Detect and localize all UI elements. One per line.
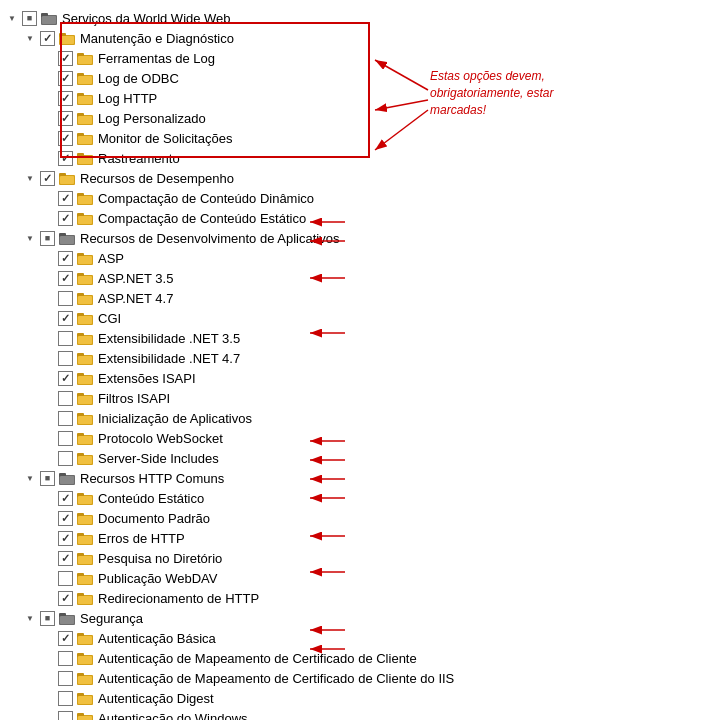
label-pesqdir: Pesquisa no Diretório	[98, 551, 222, 566]
tree-item-erroshttp[interactable]: Erros de HTTP	[4, 528, 708, 548]
checkbox-root[interactable]	[22, 11, 37, 26]
tree-item-compdinamico[interactable]: Compactação de Conteúdo Dinâmico	[4, 188, 708, 208]
checkbox-compesta[interactable]	[58, 211, 73, 226]
tree-item-autmapcert[interactable]: Autenticação de Mapeamento de Certificad…	[4, 648, 708, 668]
tree-item-asp[interactable]: ASP	[4, 248, 708, 268]
folder-icon-autmapcertiis	[77, 671, 93, 685]
label-extnet47: Extensibilidade .NET 4.7	[98, 351, 240, 366]
tree-item-extisapi[interactable]: Extensões ISAPI	[4, 368, 708, 388]
checkbox-extnet47[interactable]	[58, 351, 73, 366]
svg-rect-86	[78, 576, 92, 584]
folder-icon-autbasica	[77, 631, 93, 645]
tree-item-aspnet35[interactable]: ASP.NET 3.5	[4, 268, 708, 288]
tree-item-autmapcertiis[interactable]: Autenticação de Mapeamento de Certificad…	[4, 668, 708, 688]
tree-item-rastreamento[interactable]: Rastreamento	[4, 148, 708, 168]
checkbox-loghttp[interactable]	[58, 91, 73, 106]
expand-btn-root[interactable]	[4, 10, 20, 26]
tree-item-autbasica[interactable]: Autenticação Básica	[4, 628, 708, 648]
checkbox-autmapcertiis[interactable]	[58, 671, 73, 686]
checkbox-aspnet47[interactable]	[58, 291, 73, 306]
checkbox-compdinamico[interactable]	[58, 191, 73, 206]
expand-btn-httpcomuns[interactable]	[22, 470, 38, 486]
tree-item-root[interactable]: Serviços da World Wide Web	[4, 8, 708, 28]
folder-icon-extisapi	[77, 371, 93, 385]
checkbox-manutencao[interactable]	[40, 31, 55, 46]
checkbox-logpersonalizado[interactable]	[58, 111, 73, 126]
tree-item-contestatico[interactable]: Conteúdo Estático	[4, 488, 708, 508]
checkbox-inicaplic[interactable]	[58, 411, 73, 426]
tree-item-manutencao[interactable]: Manutenção e Diagnóstico	[4, 28, 708, 48]
label-extisapi: Extensões ISAPI	[98, 371, 196, 386]
tree-item-cgi[interactable]: CGI	[4, 308, 708, 328]
tree-item-autdigest[interactable]: Autenticação Digest	[4, 688, 708, 708]
tree-item-websocket[interactable]: Protocolo WebSocket	[4, 428, 708, 448]
expand-btn-desempenho[interactable]	[22, 170, 38, 186]
checkbox-aspnet35[interactable]	[58, 271, 73, 286]
expand-btn-seguranca[interactable]	[22, 610, 38, 626]
folder-icon-manutencao	[59, 31, 75, 45]
tree-item-aspnet47[interactable]: ASP.NET 4.7	[4, 288, 708, 308]
checkbox-pubwebdav[interactable]	[58, 571, 73, 586]
tree-item-compesta[interactable]: Compactação de Conteúdo Estático	[4, 208, 708, 228]
svg-rect-11	[78, 76, 92, 84]
checkbox-desenv[interactable]	[40, 231, 55, 246]
checkbox-redirhttp[interactable]	[58, 591, 73, 606]
tree-item-extnet35[interactable]: Extensibilidade .NET 3.5	[4, 328, 708, 348]
folder-icon-pubwebdav	[77, 571, 93, 585]
svg-rect-20	[78, 136, 92, 144]
tree-item-autwindows[interactable]: Autenticação do Windows	[4, 708, 708, 720]
checkbox-rastreamento[interactable]	[58, 151, 73, 166]
tree-item-pesqdir[interactable]: Pesquisa no Diretório	[4, 548, 708, 568]
svg-rect-89	[78, 596, 92, 604]
checkbox-extisapi[interactable]	[58, 371, 73, 386]
expand-btn-desenv[interactable]	[22, 230, 38, 246]
tree-item-extnet47[interactable]: Extensibilidade .NET 4.7	[4, 348, 708, 368]
checkbox-ferramentas[interactable]	[58, 51, 73, 66]
tree-item-monitorsolicita[interactable]: Monitor de Solicitações	[4, 128, 708, 148]
label-erroshttp: Erros de HTTP	[98, 531, 185, 546]
svg-rect-2	[42, 16, 56, 24]
tree-item-redirhttp[interactable]: Redirecionamento de HTTP	[4, 588, 708, 608]
label-filtisapi: Filtros ISAPI	[98, 391, 170, 406]
tree-item-filtisapi[interactable]: Filtros ISAPI	[4, 388, 708, 408]
checkbox-asp[interactable]	[58, 251, 73, 266]
svg-rect-59	[78, 396, 92, 404]
svg-rect-68	[78, 456, 92, 464]
folder-icon-inicaplic	[77, 411, 93, 425]
tree-item-inicaplic[interactable]: Inicialização de Aplicativos	[4, 408, 708, 428]
checkbox-filtisapi[interactable]	[58, 391, 73, 406]
tree-item-seguranca[interactable]: Segurança	[4, 608, 708, 628]
expand-btn-manutencao[interactable]	[22, 30, 38, 46]
checkbox-websocket[interactable]	[58, 431, 73, 446]
checkbox-autwindows[interactable]	[58, 711, 73, 721]
label-serverside: Server-Side Includes	[98, 451, 219, 466]
tree-item-desempenho[interactable]: Recursos de Desempenho	[4, 168, 708, 188]
label-pubwebdav: Publicação WebDAV	[98, 571, 217, 586]
checkbox-httpcomuns[interactable]	[40, 471, 55, 486]
tree-item-docpadrao[interactable]: Documento Padrão	[4, 508, 708, 528]
checkbox-extnet35[interactable]	[58, 331, 73, 346]
tree-item-serverside[interactable]: Server-Side Includes	[4, 448, 708, 468]
checkbox-autbasica[interactable]	[58, 631, 73, 646]
tree-item-pubwebdav[interactable]: Publicação WebDAV	[4, 568, 708, 588]
svg-rect-8	[78, 56, 92, 64]
checkbox-pesqdir[interactable]	[58, 551, 73, 566]
checkbox-serverside[interactable]	[58, 451, 73, 466]
checkbox-monitorsolicita[interactable]	[58, 131, 73, 146]
checkbox-autdigest[interactable]	[58, 691, 73, 706]
svg-rect-56	[78, 376, 92, 384]
tree-item-desenv[interactable]: Recursos de Desenvolvimento de Aplicativ…	[4, 228, 708, 248]
checkbox-cgi[interactable]	[58, 311, 73, 326]
folder-icon-pesqdir	[77, 551, 93, 565]
checkbox-erroshttp[interactable]	[58, 531, 73, 546]
checkbox-contestatico[interactable]	[58, 491, 73, 506]
label-autwindows: Autenticação do Windows	[98, 711, 248, 721]
folder-icon-cgi	[77, 311, 93, 325]
checkbox-docpadrao[interactable]	[58, 511, 73, 526]
tree-item-httpcomuns[interactable]: Recursos HTTP Comuns	[4, 468, 708, 488]
checkbox-desempenho[interactable]	[40, 171, 55, 186]
tree-item-ferramentas[interactable]: Ferramentas de Log	[4, 48, 708, 68]
checkbox-autmapcert[interactable]	[58, 651, 73, 666]
checkbox-logodbc[interactable]	[58, 71, 73, 86]
checkbox-seguranca[interactable]	[40, 611, 55, 626]
